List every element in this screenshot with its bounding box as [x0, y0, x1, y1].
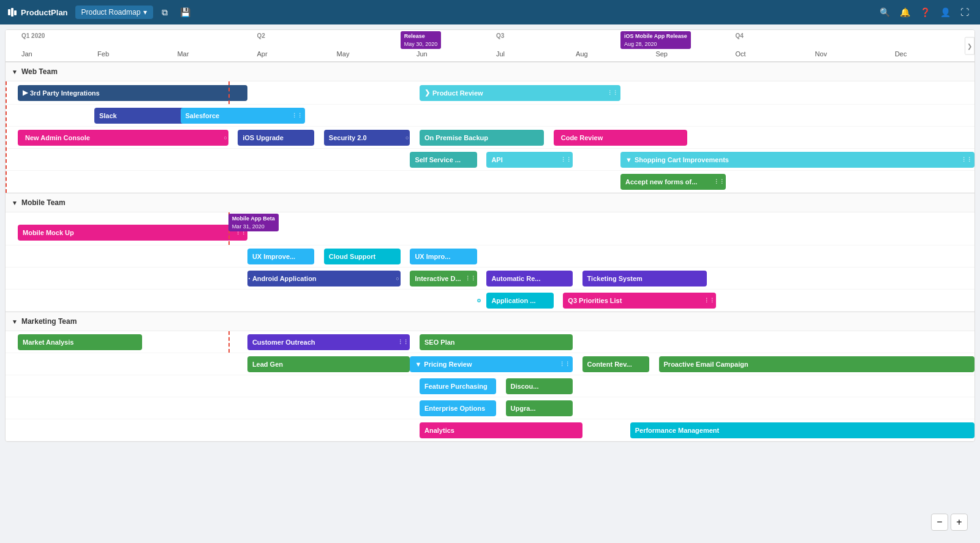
bar-lead-gen[interactable]: Lead Gen [247, 356, 410, 372]
bar-label: Automatic Re... [491, 275, 540, 282]
bar-label: Code Review [561, 134, 603, 141]
bar-label: Cloud Support [329, 253, 375, 260]
main-area: Q1 2020 Q2 Q3 Q4 Jan Feb Mar Apr May Jun… [0, 24, 980, 447]
top-navigation: ProductPlan Product Roadmap ▾ ⧉ 💾 🔍 🔔 ❓ … [0, 0, 980, 24]
milestone-release: ReleaseMay 30, 2020 [401, 31, 442, 49]
bar-code-review[interactable]: Code Review [554, 130, 688, 146]
bar-cloud-support[interactable]: Cloud Support [324, 249, 401, 264]
chevron-down-icon: ▾ [143, 8, 147, 17]
circle-dot [247, 277, 251, 280]
table-row: Slack Salesforce ⋮⋮ [6, 105, 974, 127]
bar-ticketing[interactable]: Ticketing System [582, 271, 707, 286]
save-button[interactable]: 💾 [176, 5, 194, 20]
marketing-team-header[interactable]: ▼ Marketing Team [6, 312, 974, 331]
table-row: Accept new forms of... ⋮⋮ [6, 171, 974, 193]
circle-dot-2 [477, 299, 481, 302]
bar-label: New Admin Console [25, 134, 90, 141]
bar-pricing-review[interactable]: ▼ Pricing Review ⋮⋮ [410, 356, 573, 372]
brand-logo: ProductPlan [7, 7, 68, 17]
bar-label: Accept new forms of... [625, 178, 697, 185]
bar-label: Customer Outreach [252, 339, 315, 346]
table-row: Application ... Q3 Priorities List ⋮⋮ [6, 290, 974, 312]
month-nov: Nov [815, 50, 827, 58]
bar-salesforce[interactable]: Salesforce ⋮⋮ [181, 108, 305, 124]
plan-selector[interactable]: Product Roadmap ▾ [75, 6, 154, 19]
bar-label: SEO Plan [424, 339, 455, 346]
bar-customer-outreach[interactable]: Customer Outreach ⋮⋮ [247, 334, 410, 350]
search-button[interactable]: 🔍 [876, 5, 894, 20]
table-row: UX Improve... Cloud Support UX Impro... [6, 245, 974, 268]
bar-proactive-email[interactable]: Proactive Email Campaign [659, 356, 974, 372]
bar-interactive[interactable]: Interactive D... ⋮⋮ [410, 271, 477, 286]
month-apr: Apr [257, 50, 268, 58]
bar-label: Mobile Mock Up [23, 229, 74, 236]
notifications-button[interactable]: 🔔 [896, 5, 914, 20]
bar-label: Application ... [491, 297, 535, 304]
bar-seo-plan[interactable]: SEO Plan [420, 334, 573, 350]
bar-api[interactable]: API ⋮⋮ [486, 152, 573, 168]
team-marketing: ▼ Marketing Team Market Analysis Custome… [6, 312, 974, 441]
bar-product-review[interactable]: ❯ Product Review ⋮⋮ [420, 85, 620, 101]
bar-label: Pricing Review [424, 361, 472, 368]
roadmap-container: Q1 2020 Q2 Q3 Q4 Jan Feb Mar Apr May Jun… [5, 29, 975, 442]
web-team-collapse-icon[interactable]: ▼ [12, 69, 18, 75]
fullscreen-button[interactable]: ⛶ [957, 5, 973, 20]
web-team-gantt: ▶ 3rd Party Integrations ❯ Product Revie… [6, 81, 974, 193]
bar-android[interactable]: Android Application ○ [247, 271, 401, 286]
bar-label: Shopping Cart Improvements [635, 156, 729, 163]
bar-application[interactable]: Application ... [486, 293, 553, 309]
milestone-ios-release: iOS Mobile App ReleaseAug 28, 2020 [620, 31, 691, 49]
svg-rect-2 [14, 10, 17, 15]
mobile-team-header[interactable]: ▼ Mobile Team [6, 193, 974, 212]
bar-label: UX Improve... [252, 253, 295, 260]
bar-automatic[interactable]: Automatic Re... [486, 271, 573, 286]
bar-discount[interactable]: Discou... [506, 378, 573, 394]
web-team-header[interactable]: ▼ Web Team [6, 62, 974, 81]
bar-market-analysis[interactable]: Market Analysis [18, 334, 142, 350]
team-mobile: ▼ Mobile Team Mobile App BetaMar 31, 202… [6, 193, 974, 312]
table-row: Analytics Performance Management [6, 419, 974, 441]
team-web: ▼ Web Team ▶ 3rd Party Integrations [6, 62, 974, 193]
bar-on-premise[interactable]: On Premise Backup [420, 130, 544, 146]
mobile-team-collapse-icon[interactable]: ▼ [12, 200, 18, 206]
month-jan: Jan [18, 50, 32, 58]
bar-label: Salesforce [186, 112, 220, 119]
bar-self-service[interactable]: Self Service ... [410, 152, 477, 168]
sidebar-toggle[interactable]: ❯ [965, 37, 974, 54]
bar-performance-mgmt[interactable]: Performance Management [630, 422, 974, 438]
bar-enterprise-options[interactable]: Enterprise Options [420, 400, 496, 416]
bar-q3-priorities[interactable]: Q3 Priorities List ⋮⋮ [563, 293, 716, 309]
bar-label: Product Review [432, 89, 483, 97]
month-oct: Oct [736, 50, 746, 58]
bar-security[interactable]: Security 2.0 ○ [324, 130, 410, 146]
bar-label: Performance Management [635, 427, 720, 434]
bar-mobile-mockup[interactable]: Mobile Mock Up ⋮⋮ [18, 225, 247, 241]
bar-upgrade[interactable]: Upgra... [506, 400, 573, 416]
help-button[interactable]: ❓ [916, 5, 934, 20]
bar-label: Discou... [511, 383, 539, 390]
bar-label: API [491, 156, 502, 163]
month-dec: Dec [895, 50, 907, 58]
bar-ux-improve2[interactable]: UX Impro... [410, 249, 477, 264]
bar-accept-forms[interactable]: Accept new forms of... ⋮⋮ [620, 174, 726, 190]
bar-content-rev[interactable]: Content Rev... [582, 356, 649, 372]
bar-label: Interactive D... [415, 275, 461, 282]
brand-icon [7, 7, 17, 17]
bar-3rd-party[interactable]: ▶ 3rd Party Integrations [18, 85, 247, 101]
bar-ios-upgrade[interactable]: iOS Upgrade [238, 130, 314, 146]
bar-analytics[interactable]: Analytics [420, 422, 582, 438]
web-team-label: Web Team [21, 67, 58, 76]
timeline-header: Q1 2020 Q2 Q3 Q4 Jan Feb Mar Apr May Jun… [6, 30, 974, 62]
table-row: Mobile App BetaMar 31, 2020 Mobile Mock … [6, 212, 974, 245]
bar-label: Slack [99, 112, 117, 119]
bar-ux-improve1[interactable]: UX Improve... [247, 249, 314, 264]
table-row: Feature Purchasing Discou... [6, 375, 974, 397]
bar-label: Android Application [252, 275, 317, 282]
user-button[interactable]: 👤 [937, 5, 954, 20]
quarter-q1: Q1 2020 [18, 32, 45, 39]
bar-new-admin[interactable]: New Admin Console ○ [18, 130, 228, 146]
bar-shopping-cart[interactable]: ▼ Shopping Cart Improvements ⋮⋮ [620, 152, 974, 168]
bar-feature-purchasing[interactable]: Feature Purchasing [420, 378, 496, 394]
copy-button[interactable]: ⧉ [158, 5, 172, 20]
marketing-team-collapse-icon[interactable]: ▼ [12, 318, 18, 325]
